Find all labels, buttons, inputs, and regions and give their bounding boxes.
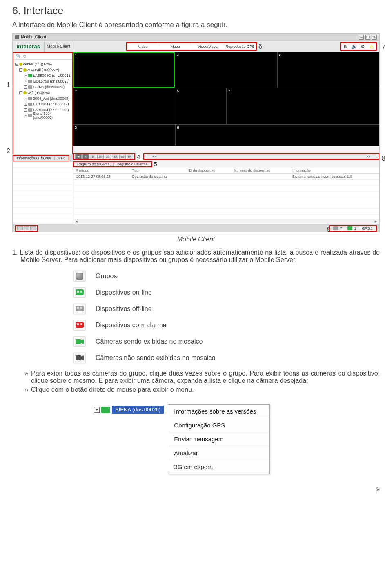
- video-pane-5[interactable]: 5: [175, 88, 226, 124]
- legend-cam-on: Câmeras sendo exibidas no mosaico: [96, 338, 203, 345]
- device-tree-panel: 🔍⟳ –center (1/7)(14%) –3G&Wifi (1/3)(33%…: [13, 52, 73, 154]
- layout-16[interactable]: 16: [97, 154, 104, 159]
- annotation-9: 9: [327, 226, 331, 233]
- device-gray-icon: [333, 226, 338, 230]
- context-menu-figure: + SIENA (dns:00026) Informações sobre as…: [94, 404, 298, 474]
- volume-icon[interactable]: 🔊: [351, 43, 357, 50]
- svg-rect-8: [80, 323, 82, 325]
- tree-item[interactable]: LAB3004 (dns:00012): [33, 102, 69, 106]
- video-pane-8[interactable]: 8: [176, 125, 379, 146]
- menu-item-3g-wait[interactable]: 3G em espera: [168, 460, 270, 474]
- layout-buttons: ◄ 4 8 16 25 32 36 64: [73, 153, 135, 160]
- bullet-list: Para exibir todas as câmeras do grupo, c…: [12, 370, 380, 393]
- layout-32[interactable]: 32: [112, 154, 118, 159]
- app-header: intelbras Mobile Client Vídeo Mapa Vídeo…: [13, 41, 379, 52]
- status-gps: GPS:1: [362, 226, 373, 230]
- layout-8[interactable]: 8: [90, 154, 96, 159]
- log-col-num: Número do dispositivo: [231, 168, 289, 174]
- annotation-5: 5: [154, 161, 157, 168]
- tree-item[interactable]: LAB5004G (dns:00011): [33, 74, 72, 78]
- tab-reproducao-gps[interactable]: Reprodução GPS: [224, 43, 256, 50]
- restore-button[interactable]: ❐: [365, 35, 370, 40]
- video-pane-1[interactable]: 1: [73, 52, 175, 88]
- refresh-icon[interactable]: ⟳: [23, 54, 27, 58]
- minimize-button[interactable]: –: [359, 35, 364, 40]
- view-btn-1[interactable]: [17, 226, 23, 230]
- screenshot-wrapper: 1 2 3 7 8 Mobile Client – ❐ ✕ intelbras …: [12, 33, 380, 232]
- groups-icon: [76, 273, 83, 280]
- video-area: 1 4 6 2 5 7 3 8: [73, 52, 379, 224]
- tree-group-3gwifi[interactable]: 3G&Wifi (1/3)(33%): [27, 68, 59, 72]
- tree-item[interactable]: Siena 3004 (dns:00009): [33, 112, 72, 120]
- video-pane-3[interactable]: 3: [73, 125, 175, 146]
- tree-group-wifi[interactable]: Wifi (0/4)(0%): [27, 91, 50, 95]
- tree-item[interactable]: 5004_Ant (dns:00005): [33, 96, 69, 101]
- brand-logo: intelbras: [13, 41, 45, 52]
- bus-alarm-icon: [75, 322, 84, 329]
- tab-reg-alarme[interactable]: Registro de alarme: [114, 162, 151, 166]
- menu-item-versions[interactable]: Informações sobre as versões: [168, 405, 270, 418]
- video-pane-2[interactable]: 2: [73, 88, 175, 124]
- video-pane-6[interactable]: 6: [278, 52, 379, 88]
- annotation-1: 1: [7, 81, 10, 89]
- legend-online: Dispositivos on-line: [96, 289, 152, 296]
- legend-cam-off: Câmeras não sendo exibidas no mosaico: [96, 354, 216, 362]
- search-icon[interactable]: 🔍: [16, 54, 21, 58]
- legend-offline: Dispositivos off-line: [96, 305, 152, 313]
- menu-item-refresh[interactable]: Atualizar: [168, 446, 270, 460]
- layout-25[interactable]: 25: [105, 154, 111, 159]
- view-btn-3[interactable]: [30, 226, 36, 230]
- annotation-2: 2: [7, 148, 10, 155]
- icon-legend: Grupos Dispositivos on-line Dispositivos…: [74, 271, 318, 363]
- log-col-tipo: Tipo: [129, 168, 185, 174]
- tree-item[interactable]: GOL5758 (dns:00025): [33, 79, 70, 83]
- page-number: 9: [12, 485, 380, 492]
- section-title: 6. Interface: [12, 5, 380, 17]
- svg-rect-2: [80, 291, 82, 293]
- legend-alarm: Dispositivos com alarme: [96, 322, 166, 329]
- titlebar: Mobile Client – ❐ ✕: [13, 34, 379, 41]
- view-btn-2[interactable]: [24, 226, 29, 230]
- menu-item-send-message[interactable]: Enviar mensagem: [168, 432, 270, 446]
- bullet-1: Para exibir todas as câmeras do grupo, c…: [24, 370, 380, 384]
- gear-icon[interactable]: ⚙: [360, 43, 366, 50]
- tab-video-mapa[interactable]: Vídeo/Mapa: [192, 43, 224, 50]
- bus-offline-icon: [75, 305, 84, 313]
- pager-next[interactable]: >>: [366, 154, 370, 159]
- tree-item[interactable]: SIENA (dns:00026): [33, 85, 65, 89]
- log-row: 2013-12-27 08:08:25 Operação do sistema …: [73, 174, 379, 180]
- close-button[interactable]: ✕: [372, 35, 377, 40]
- menu-item-gps-config[interactable]: Configuração GPS: [168, 418, 270, 432]
- log-cell: 2013-12-27 08:08:25: [73, 174, 129, 180]
- bus-online-icon: [75, 289, 84, 296]
- pager-prev[interactable]: <<: [152, 154, 157, 159]
- warning-icon[interactable]: ⚠: [368, 43, 375, 50]
- tab-info-basicas[interactable]: Informações Básicas: [13, 156, 55, 160]
- device-tree[interactable]: –center (1/7)(14%) –3G&Wifi (1/3)(33%) +…: [13, 60, 72, 154]
- log-col-id: ID do dispositivo: [185, 168, 231, 174]
- monitor-icon[interactable]: 🖥: [342, 43, 349, 50]
- ctx-device-name[interactable]: SIENA (dns:00026): [112, 406, 164, 414]
- layout-4[interactable]: 4: [82, 154, 89, 159]
- layout-prev[interactable]: ◄: [75, 154, 82, 159]
- tab-reg-sistema[interactable]: Registro do sistema: [74, 162, 114, 166]
- status-count-online: 1: [354, 226, 356, 230]
- side-bottom-tabs: Informações Básicas PTZ: [13, 155, 69, 161]
- device-green-icon: [347, 226, 352, 230]
- expand-icon[interactable]: +: [94, 407, 100, 413]
- log-cell: Operação do sistema: [129, 174, 185, 180]
- video-pane-4[interactable]: 4: [175, 52, 277, 88]
- video-pane-7[interactable]: 7: [227, 88, 379, 124]
- app-logo-icon: [15, 35, 19, 39]
- layout-64[interactable]: 64: [127, 154, 133, 159]
- tab-ptz[interactable]: PTZ: [55, 156, 69, 160]
- context-menu: Informações sobre as versões Configuraçã…: [168, 404, 270, 474]
- figure-caption: Mobile Client: [12, 236, 380, 243]
- svg-marker-12: [81, 355, 84, 360]
- tab-mapa[interactable]: Mapa: [159, 43, 192, 50]
- tree-root[interactable]: center (1/7)(14%): [23, 62, 52, 66]
- layout-36[interactable]: 36: [119, 154, 126, 159]
- tab-video[interactable]: Vídeo: [127, 43, 159, 50]
- svg-rect-9: [76, 339, 81, 344]
- camera-on-icon: [75, 338, 84, 345]
